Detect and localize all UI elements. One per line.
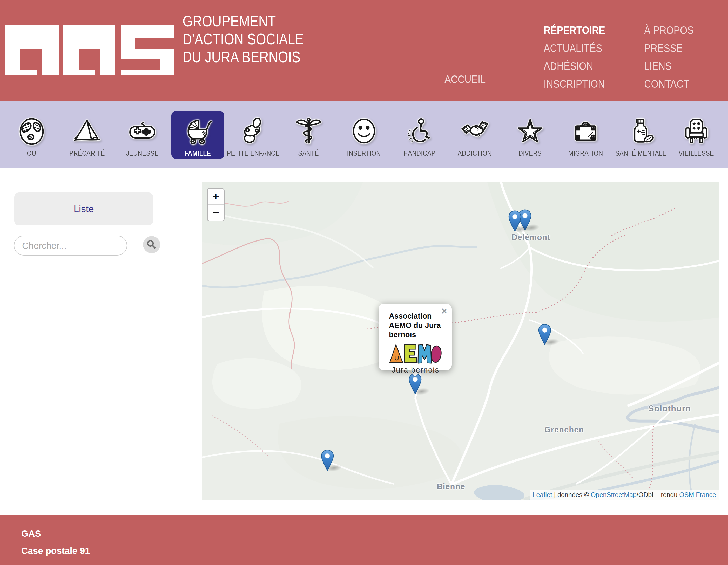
zoom-out-button[interactable]: − [208,205,224,221]
site-title-line3: DU JURA BERNOIS [183,48,300,66]
category-insertion[interactable]: INSERTION [338,111,390,159]
category-label: SANTÉ MENTALE [611,150,671,158]
footer: GAS Case postale 91 [0,515,728,565]
footer-address: Case postale 91 [21,546,90,556]
map-canvas[interactable]: + − DelémontSolothurnGrenchenBienne × As… [202,182,719,500]
map-terrain [202,182,719,500]
popup-close-button[interactable]: × [441,306,447,316]
map-attribution: Leaflet | données © OpenStreetMap/ODbL -… [530,490,719,500]
category-jeunesse[interactable]: JEUNESSE [116,111,169,159]
category-handicap[interactable]: HANDICAP [393,111,446,159]
category-sant-[interactable]: SANTÉ [282,111,335,159]
map-place-label-del-mont: Delémont [511,233,550,242]
nav-item-presse[interactable]: PRESSE [644,42,703,55]
category-sant-mentale[interactable]: SANTÉ MENTALE [615,111,668,159]
search-input[interactable] [14,236,127,256]
marker-delemont-west[interactable] [508,211,521,233]
nav-item-adh-sion[interactable]: ADHÉSION [544,60,616,72]
footer-org-name: GAS [21,528,41,539]
category-addiction[interactable]: ADDICTION [448,111,501,159]
nav-item-actualit-s[interactable]: ACTUALITÉS [544,42,616,55]
popup-title: Association AEMO du Jura bernois [389,311,446,339]
category-label: TOUT [22,150,41,158]
aemo-logo-subtitle: Jura bernois [389,366,442,374]
leaflet-link[interactable]: Leaflet [533,491,552,499]
category-tout[interactable]: TOUT [5,111,58,159]
star-icon [516,116,545,146]
category-petite-enfance[interactable]: PETITE ENFANCE [227,111,280,159]
aemo-logo [389,343,442,364]
nav-item-accueil[interactable]: ACCUEIL [444,73,493,86]
list-view-button[interactable]: Liste [14,193,153,226]
nav-item-contact[interactable]: CONTACT [644,78,703,90]
pram-icon [183,116,212,146]
medicine-bottle-icon [626,116,656,146]
osm-france-link[interactable]: OSM France [679,491,716,499]
marker-southwest[interactable] [321,449,334,472]
nav-item-liens[interactable]: LIENS [644,60,703,72]
category-famille[interactable]: FAMILLE [171,111,224,159]
map-place-label-bienne: Bienne [437,482,465,491]
wheelchair-icon [405,116,434,146]
category-label: INSERTION [344,150,383,158]
nav-column-2: À PROPOSPRESSELIENSCONTACT [644,24,703,96]
category-migration[interactable]: MIGRATION [559,111,612,159]
category-bar: TOUTPRÉCARITÉJEUNESSEFAMILLEPETITE ENFAN… [0,101,728,168]
map-place-label-solothurn: Solothurn [648,404,691,413]
gamepad-icon [128,116,157,146]
category-pr-carit-[interactable]: PRÉCARITÉ [60,111,113,159]
site-title-line1: GROUPEMENT [183,12,276,30]
header: GROUPEMENT D'ACTION SOCIALE DU JURA BERN… [0,0,728,101]
site-title: GROUPEMENT D'ACTION SOCIALE DU JURA BERN… [183,12,325,66]
handshake-icon [460,116,489,146]
category-label: PRÉCARITÉ [66,150,108,158]
page: GROUPEMENT D'ACTION SOCIALE DU JURA BERN… [0,0,728,565]
view-toggle: Liste Carte [14,193,153,226]
openstreetmap-link[interactable]: OpenStreetMap [591,491,637,499]
search-icon [145,238,158,252]
zoom-in-button[interactable]: + [208,189,224,205]
category-label: ADDICTION [455,150,495,158]
nav-home: ACCUEIL [444,73,493,91]
smiley-icon [349,116,379,146]
category-label: VIEILLESSE [676,150,717,158]
attribution-text-2: /ODbL - rendu [637,491,679,499]
nav-item--propos[interactable]: À PROPOS [644,24,703,37]
category-label: SANTÉ [296,150,321,158]
search-button[interactable] [143,236,160,253]
nav-item-r-pertoire[interactable]: RÉPERTOIRE [544,24,616,37]
gas-logo[interactable] [5,25,174,75]
attribution-text: | données © [552,491,591,499]
map-zoom-control: + − [207,188,225,221]
category-label: JEUNESSE [123,150,161,158]
pacifier-icon [239,116,268,146]
category-label: FAMILLE [182,150,213,158]
category-label: DIVERS [517,150,544,158]
map-place-label-grenchen: Grenchen [544,425,584,434]
nav-item-inscription[interactable]: INSCRIPTION [544,78,616,90]
caduceus-icon [294,116,323,146]
map-popup: × Association AEMO du Jura bernois Jura … [379,303,452,370]
nav-column-1: RÉPERTOIREACTUALITÉSADHÉSIONINSCRIPTION [544,24,616,96]
suitcase-icon [571,116,600,146]
marker-east[interactable] [538,324,551,346]
category-vieillesse[interactable]: VIEILLESSE [670,111,723,159]
tent-icon [72,116,102,146]
category-label: HANDICAP [401,150,438,158]
category-label: MIGRATION [565,150,606,158]
category-divers[interactable]: DIVERS [504,111,557,159]
category-label: PETITE ENFANCE [223,150,284,158]
armchair-icon [682,116,711,146]
site-title-line2: D'ACTION SOCIALE [183,30,304,48]
globe-icon [17,116,46,146]
